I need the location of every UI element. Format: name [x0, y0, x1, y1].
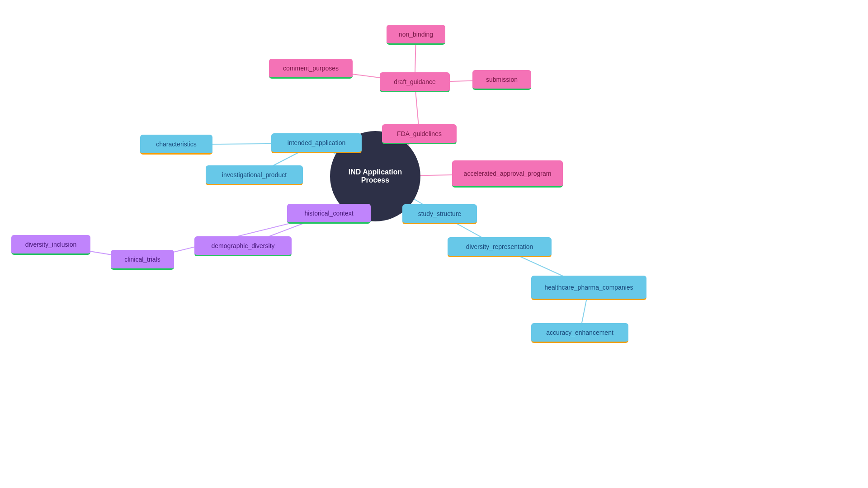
node-study_structure[interactable]: study_structure [402, 204, 477, 224]
node-accelerated_approval[interactable]: accelerated_approval_program [452, 160, 563, 188]
node-submission[interactable]: submission [472, 70, 531, 90]
node-demographic_diversity[interactable]: demographic_diversity [194, 236, 292, 256]
node-non_binding[interactable]: non_binding [387, 25, 445, 45]
node-diversity_representation[interactable]: diversity_representation [448, 237, 552, 257]
node-accuracy_enhancement[interactable]: accuracy_enhancement [531, 323, 628, 343]
node-intended_application[interactable]: intended_application [271, 133, 362, 153]
node-investigational_product[interactable]: investigational_product [206, 165, 303, 185]
node-fda_guidelines[interactable]: FDA_guidelines [382, 124, 457, 144]
node-healthcare_pharma[interactable]: healthcare_pharma_companies [531, 276, 646, 300]
mind-map-canvas: IND Application Processnon_bindingcommen… [0, 0, 868, 488]
node-comment_purposes[interactable]: comment_purposes [269, 59, 353, 79]
node-diversity_inclusion[interactable]: diversity_inclusion [11, 235, 90, 255]
node-draft_guidance[interactable]: draft_guidance [380, 72, 450, 92]
node-historical_context[interactable]: historical_context [287, 204, 371, 224]
node-clinical_trials[interactable]: clinical_trials [111, 250, 174, 270]
node-characteristics[interactable]: characteristics [140, 135, 212, 155]
